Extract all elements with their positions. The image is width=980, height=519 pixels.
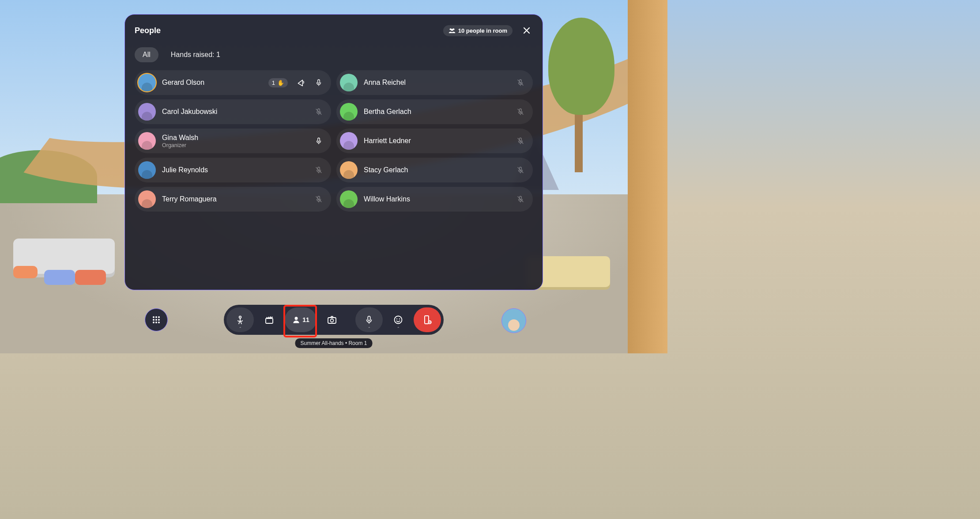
microphone-muted-icon [516, 78, 525, 87]
teleport-icon [235, 314, 245, 325]
person-row[interactable]: Stacy Gerlach [336, 158, 533, 182]
svg-rect-7 [318, 138, 320, 141]
microphone-muted-icon [516, 166, 525, 174]
self-avatar[interactable] [501, 308, 526, 333]
chevron-up-icon: ⌃ [397, 326, 400, 330]
svg-point-14 [155, 316, 157, 318]
close-icon [522, 26, 531, 35]
person-row[interactable]: Bertha Gerlach [336, 99, 533, 124]
people-group-icon [449, 27, 456, 34]
avatar [340, 132, 358, 150]
svg-point-2 [451, 29, 453, 31]
teleport-button[interactable]: ⌃ [226, 307, 254, 332]
person-row-icons [314, 166, 323, 174]
person-row[interactable]: Terry Romaguera [135, 187, 331, 212]
people-button[interactable]: 11 [285, 307, 317, 332]
person-info: Bertha Gerlach [364, 108, 510, 116]
close-button[interactable] [520, 24, 533, 37]
microphone-muted-icon [314, 195, 323, 204]
people-panel: People 10 people in room All Hands raise… [124, 14, 543, 290]
avatar [138, 161, 156, 179]
camera-icon [327, 314, 337, 325]
person-icon [292, 315, 301, 324]
apps-menu-button[interactable] [145, 308, 168, 331]
tab-hands-raised[interactable]: Hands raised: 1 [163, 47, 228, 62]
person-info: Gina WalshOrganizer [162, 134, 308, 148]
panel-title: People [135, 26, 161, 35]
background-wood-column [628, 0, 667, 353]
background-tree [548, 18, 614, 172]
svg-point-30 [400, 319, 400, 319]
people-grid: Gerard Olson1✋Anna ReichelCarol Jakubows… [135, 70, 533, 212]
reactions-button[interactable]: ⌃ [384, 307, 412, 332]
background-cushion [44, 270, 75, 285]
microphone-muted-icon [516, 195, 525, 204]
megaphone-icon [297, 78, 305, 87]
person-row[interactable]: Harriett Ledner [336, 129, 533, 153]
raised-hand-icon: ✋ [277, 80, 284, 86]
avatar [138, 132, 156, 150]
svg-rect-27 [368, 316, 370, 321]
person-row-icons [516, 136, 525, 145]
svg-point-29 [397, 319, 397, 319]
svg-point-17 [155, 319, 157, 321]
person-row[interactable]: Anna Reichel [336, 70, 533, 95]
chevron-up-icon: ⌃ [239, 326, 242, 330]
person-row-icons [516, 107, 525, 116]
person-info: Terry Romaguera [162, 195, 308, 203]
person-name: Bertha Gerlach [364, 108, 510, 116]
chevron-up-icon: ⌃ [368, 326, 371, 330]
person-row[interactable]: Julie Reynolds [135, 158, 331, 182]
person-name: Terry Romaguera [162, 195, 308, 203]
person-info: Harriett Ledner [364, 137, 510, 145]
person-info: Carol Jakubowski [162, 108, 308, 116]
leave-button[interactable] [414, 307, 441, 332]
svg-rect-25 [328, 318, 336, 323]
person-row-icons [516, 166, 525, 174]
tab-all[interactable]: All [135, 47, 158, 62]
panel-header-right: 10 people in room [443, 24, 533, 37]
person-info: Julie Reynolds [162, 166, 308, 174]
grid-icon [152, 315, 161, 324]
person-row[interactable]: Gina WalshOrganizer [135, 129, 331, 153]
avatar [340, 103, 358, 121]
avatar [340, 74, 358, 91]
avatar [138, 103, 156, 121]
avatar [138, 190, 156, 208]
tabs: All Hands raised: 1 [135, 47, 533, 62]
svg-point-18 [158, 319, 160, 321]
person-info: Gerard Olson [162, 79, 262, 87]
person-row[interactable]: Willow Harkins [336, 187, 533, 212]
person-row-icons [314, 136, 323, 145]
person-name: Gina Walsh [162, 134, 308, 142]
microphone-button[interactable]: ⌃ [355, 307, 383, 332]
person-name: Stacy Gerlach [364, 166, 510, 174]
person-row[interactable]: Carol Jakubowski [135, 99, 331, 124]
avatar-head [508, 319, 520, 331]
smiley-icon [393, 314, 403, 325]
room-label: Summer All-hands • Room 1 [295, 338, 373, 348]
person-row-icons: 1✋ [268, 78, 323, 87]
background-cushion [13, 266, 38, 278]
hand-order: 1 [272, 80, 275, 86]
main-toolbar: ⌃ 11 ⌃ ⌃ [224, 305, 444, 335]
person-row-icons [516, 195, 525, 204]
room-count-pill[interactable]: 10 people in room [443, 25, 513, 36]
svg-point-21 [158, 322, 160, 323]
clapper-button[interactable] [256, 307, 283, 332]
person-name: Harriett Ledner [364, 137, 510, 145]
microphone-icon [364, 315, 374, 325]
svg-point-28 [395, 316, 402, 324]
person-name: Carol Jakubowski [162, 108, 308, 116]
person-info: Anna Reichel [364, 79, 510, 87]
camera-button[interactable] [318, 307, 346, 332]
microphone-muted-icon [314, 107, 323, 116]
svg-point-20 [155, 322, 157, 323]
person-name: Willow Harkins [364, 195, 510, 203]
person-row[interactable]: Gerard Olson1✋ [135, 70, 331, 95]
person-row-icons [314, 107, 323, 116]
microphone-muted-icon [314, 166, 323, 174]
svg-point-19 [153, 322, 155, 323]
background-cushion [75, 270, 106, 285]
microphone-icon [314, 136, 323, 145]
